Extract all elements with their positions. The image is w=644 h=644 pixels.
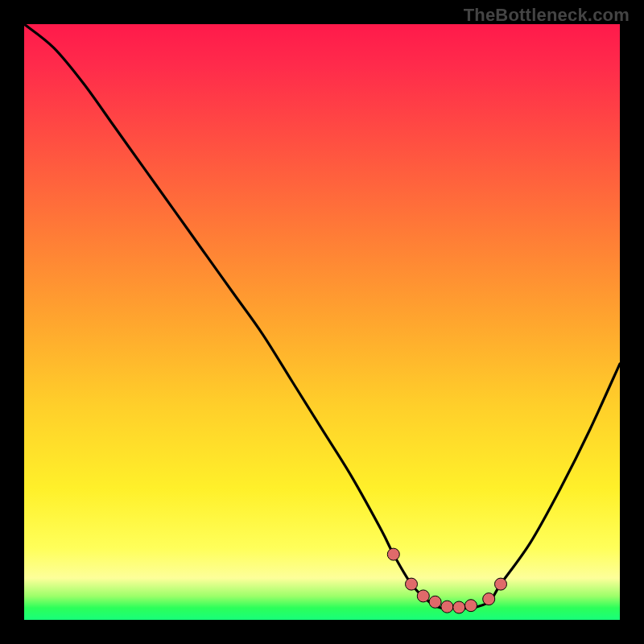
highlight-marker [465,600,477,612]
highlight-marker [441,601,453,613]
highlight-marker [483,593,495,605]
watermark-text: TheBottleneck.com [464,5,630,26]
highlight-marker [387,548,399,560]
highlight-marker [417,590,429,602]
highlight-marker [429,596,441,608]
highlight-marker [495,578,507,590]
curve-layer [24,24,620,609]
plot-area [24,24,620,620]
marker-layer [387,548,506,613]
highlight-marker [453,601,465,613]
chart-svg [24,24,620,620]
chart-frame: TheBottleneck.com [0,0,644,644]
highlight-marker [406,578,418,590]
bottleneck-curve [24,24,620,609]
